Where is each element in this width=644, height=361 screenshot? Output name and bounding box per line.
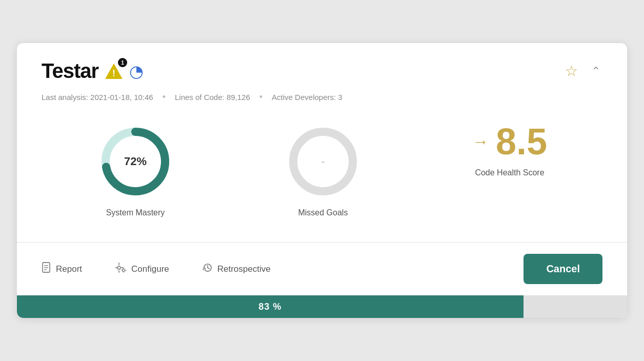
system-mastery-value: 72%: [124, 155, 147, 168]
configure-icon: [115, 262, 127, 276]
configure-label: Configure: [131, 264, 169, 274]
code-health-label: Code Health Score: [475, 168, 544, 177]
retrospective-label: Retrospective: [217, 264, 271, 274]
svg-text:!: !: [112, 68, 115, 78]
report-label: Report: [56, 264, 82, 274]
header-left: Testar ! 1 ◔: [42, 59, 144, 83]
arrow-right-icon: →: [472, 132, 489, 151]
code-health-metric: → 8.5 Code Health Score: [472, 123, 547, 177]
cancel-button[interactable]: Cancel: [524, 254, 602, 284]
star-icon: ☆: [565, 63, 578, 79]
collapse-button[interactable]: ⌃: [589, 63, 602, 80]
last-analysis-label: Last analysis: 2021-01-18, 10:46: [42, 93, 153, 102]
meta-dot-1: •: [163, 92, 166, 103]
report-icon: [42, 262, 52, 276]
warning-icon-wrap: ! 1: [105, 62, 123, 81]
system-mastery-label: System Mastery: [106, 208, 165, 217]
retrospective-button[interactable]: Retrospective: [202, 258, 279, 280]
system-mastery-donut: 72%: [97, 123, 174, 200]
health-score-value-row: → 8.5: [472, 123, 547, 160]
main-card: Testar ! 1 ◔ ☆ ⌃: [17, 43, 627, 318]
missed-goals-label: Missed Goals: [298, 208, 348, 217]
app-title: Testar: [42, 59, 98, 83]
active-developers: Active Developers: 3: [272, 93, 343, 102]
lines-of-code: Lines of Code: 89,126: [175, 93, 250, 102]
metrics-row: 72% System Mastery - Missed Goals → 8.5: [42, 119, 602, 226]
notification-badge: 1: [118, 58, 127, 67]
favorite-button[interactable]: ☆: [563, 61, 580, 82]
svg-line-12: [208, 268, 209, 269]
meta-row: Last analysis: 2021-01-18, 10:46 • Lines…: [42, 92, 602, 103]
retrospective-icon: [202, 262, 213, 276]
meta-dot-2: •: [259, 92, 263, 103]
missed-goals-donut: -: [285, 123, 361, 200]
header-right: ☆ ⌃: [563, 61, 602, 82]
progress-bar-wrap: 83 %: [17, 295, 627, 318]
missed-goals-metric: - Missed Goals: [285, 123, 361, 217]
progress-bar-fill: 83 %: [17, 295, 524, 318]
report-button[interactable]: Report: [42, 258, 90, 280]
card-bottom: Report Configure: [17, 243, 627, 318]
actions-row: Report Configure: [17, 243, 627, 295]
horseshoe-icon: ◔: [129, 62, 144, 81]
health-score-number: 8.5: [496, 123, 547, 160]
system-mastery-metric: 72% System Mastery: [97, 123, 174, 217]
missed-goals-value: -: [321, 155, 325, 168]
card-top: Testar ! 1 ◔ ☆ ⌃: [17, 43, 627, 242]
configure-button[interactable]: Configure: [115, 258, 177, 280]
header-row: Testar ! 1 ◔ ☆ ⌃: [42, 59, 602, 83]
progress-bar-label: 83 %: [258, 302, 281, 312]
chevron-up-icon: ⌃: [591, 65, 600, 77]
